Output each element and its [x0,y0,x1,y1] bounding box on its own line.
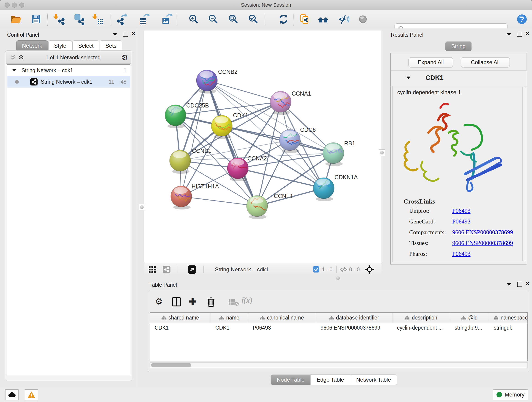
expand-all-icon[interactable] [18,55,25,60]
grid-view-icon[interactable] [148,266,156,274]
tab-network[interactable]: Network [16,40,48,51]
control-panel-float-icon[interactable] [113,33,117,36]
tab-node-table[interactable]: Node Table [271,375,311,385]
table-hscrollbar[interactable] [150,362,528,368]
tab-string[interactable]: String [445,41,472,51]
column-header-database-identifier[interactable]: database identifier [316,313,393,323]
results-panel-maximize-icon[interactable] [517,32,522,37]
collapse-all-button[interactable]: Collapse All [461,57,510,67]
node-label-CDC25B: CDC25B [186,102,209,109]
import-network-file-icon[interactable] [53,13,65,25]
warning-button[interactable] [25,389,38,400]
zoom-out-icon[interactable] [207,13,219,25]
table-cell: CDK1 [150,325,211,331]
table-row[interactable]: CDK1CDK1P064939606.ENSP00000378699cyclin… [150,323,527,332]
zoom-selected-icon[interactable] [247,13,259,25]
network-collection-row[interactable]: String Network – cdk1 1 [7,65,130,76]
results-panel-close-icon[interactable]: ✕ [525,31,530,36]
detach-view-icon[interactable] [188,265,196,274]
crosslink-label: Uniprot: [409,207,429,214]
export-table-icon[interactable] [138,13,150,25]
table-cell: 9606.ENSP00000378699 [316,325,393,331]
network-edge-count: 48 [120,79,127,85]
crosslink-value-link[interactable]: P06493 [452,218,470,225]
first-neighbors-icon[interactable] [317,13,329,25]
table-gear-icon[interactable]: ⚙ [155,297,163,306]
left-splitter-handle[interactable] [139,204,145,211]
tab-sets[interactable]: Sets [100,40,122,51]
import-table-file-icon[interactable] [92,13,104,25]
results-scrollbar[interactable] [522,87,526,261]
column-header-namespace[interactable]: namespace [489,313,528,323]
tab-style[interactable]: Style [48,40,72,51]
open-file-icon[interactable] [10,13,22,25]
node-label-CDK1: CDK1 [233,112,248,119]
edge-HIST1H1A-CCNE1 [181,196,257,206]
add-column-icon[interactable]: ✚ [189,297,196,306]
column-header-description[interactable]: description [393,313,450,323]
collapse-all-icon[interactable] [9,55,16,60]
table-panel-maximize-icon[interactable] [517,282,522,287]
crosslink-value-link[interactable]: P06493 [452,250,470,257]
crosslink-value-link[interactable]: P06493 [452,207,470,214]
tab-edge-table[interactable]: Edge Table [311,375,350,385]
gene-header-row[interactable]: CDK1 [391,71,527,86]
warning-icon [27,391,35,398]
gear-icon[interactable]: ⚙ [121,54,128,61]
expand-all-button[interactable]: Expand All [409,57,453,67]
control-panel-close-icon[interactable]: ✕ [131,31,136,36]
node-CDKN1A[interactable]: CDKN1A [313,174,358,201]
export-network-icon[interactable] [116,13,128,25]
export-image-icon[interactable] [161,13,172,25]
clone-network-icon[interactable] [299,13,311,25]
node-CCNA2[interactable]: CCNA2 [227,155,267,181]
function-builder-icon: f(x) [241,296,252,305]
table-cell: cyclin-dependent ... [393,325,450,331]
tab-network-table[interactable]: Network Table [350,375,397,385]
table-hscrollbar-thumb[interactable] [151,363,191,367]
column-header-id[interactable]: @id [450,313,489,323]
gene-collapse-icon[interactable] [407,77,411,79]
crosslink-value-link[interactable]: 9606.ENSP00000378699 [452,240,513,247]
table-cell: CDK1 [211,325,248,331]
column-header-canonical-name[interactable]: canonical name [248,313,316,323]
memory-button[interactable]: Memory [493,389,528,400]
network-canvas[interactable]: CCNB2CCNA1CDC25BCDK1CDC6RB1CCNB1CCNA2CDK… [144,31,381,264]
birdseye-icon[interactable] [365,265,374,274]
right-splitter-handle[interactable] [379,149,385,156]
results-entry-panel: CDK1 cyclin-dependent kinase 1 [390,70,527,264]
import-network-database-icon[interactable] [72,13,84,25]
status-bar: Memory [0,387,532,402]
save-session-icon[interactable] [30,13,42,25]
help-icon[interactable]: ? [516,13,528,25]
node-RB1[interactable]: RB1 [323,140,355,166]
column-header-name[interactable]: name [211,313,248,323]
table-panel-float-icon[interactable] [507,283,511,286]
control-panel-maximize-icon[interactable] [123,32,128,37]
delete-column-icon[interactable] [207,297,215,307]
show-all-icon[interactable] [357,13,369,25]
network-row[interactable]: String Network – cdk1 11 48 [7,76,130,88]
zoom-fit-icon[interactable] [228,13,239,25]
zoom-in-icon[interactable] [188,13,200,25]
node-HIST1H1A[interactable]: HIST1H1A [171,183,219,210]
selected-count: 1 - 0 [322,267,332,273]
tab-select[interactable]: Select [72,40,99,51]
results-panel-float-icon[interactable] [507,33,511,36]
control-panel-title: Control Panel [7,32,39,38]
crosslink-value-link[interactable]: 9606.ENSP00000378699 [452,229,513,236]
column-header-shared-name[interactable]: shared name [150,313,211,323]
refresh-icon[interactable] [278,13,289,25]
select-columns-icon[interactable] [172,297,181,306]
hide-selected-icon[interactable] [337,13,349,25]
table-panel-close-icon[interactable]: ✕ [525,281,530,286]
node-CDK1[interactable]: CDK1 [211,112,248,139]
cloud-button[interactable] [5,389,19,400]
edge-CCNB2-CCNA1 [207,80,281,102]
selected-checkbox-icon[interactable] [313,266,319,273]
network-view-share-icon[interactable] [163,266,171,274]
node-label-CDKN1A: CDKN1A [335,174,358,180]
toolbar-separator [177,266,177,273]
collection-expand-icon[interactable] [12,69,16,71]
svg-text:?: ? [520,15,524,23]
